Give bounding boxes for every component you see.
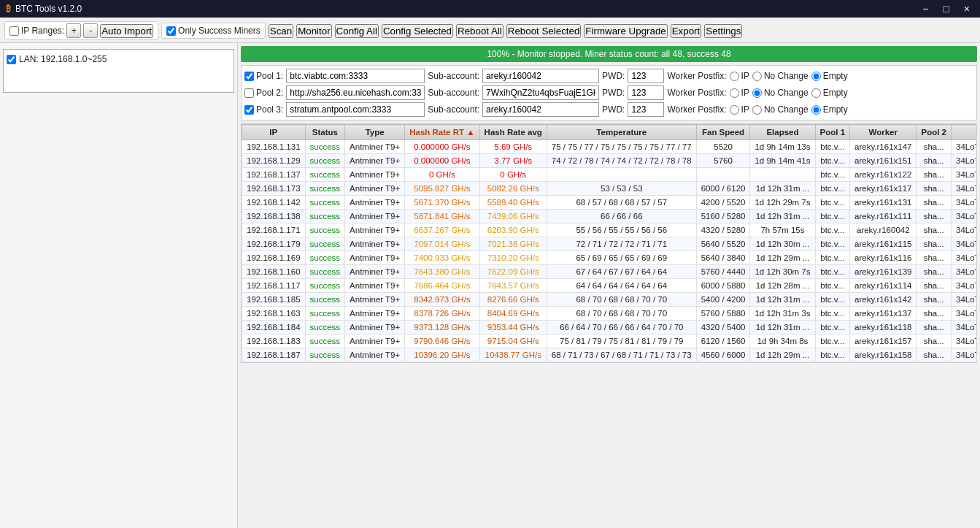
ip-ranges-checkbox[interactable] (9, 26, 19, 36)
pool1-pwd[interactable] (628, 69, 664, 83)
table-row[interactable]: 192.168.1.142successAntminer T9+5671.370… (242, 196, 978, 210)
col-worker2[interactable]: Worker (951, 125, 977, 140)
export-btn[interactable]: Export (671, 24, 702, 38)
col-ip[interactable]: IP (242, 125, 306, 140)
pool-config: Pool 1: Sub-account: PWD: Worker Postfix… (241, 65, 977, 120)
settings-btn[interactable]: Settings (704, 24, 742, 38)
monitor-btn[interactable]: Monitor (296, 24, 331, 38)
ip-ranges-checkbox-label[interactable]: IP Ranges: (9, 26, 64, 36)
pool-row-2: Pool 2: Sub-account: PWD: Worker Postfix… (244, 85, 973, 100)
pool3-checkbox-label[interactable]: Pool 3: (244, 104, 283, 115)
pool1-checkbox[interactable] (244, 72, 254, 81)
ip-item-checkbox[interactable] (7, 55, 16, 64)
config-all-btn[interactable]: Config All (335, 24, 379, 38)
pool2-url[interactable] (286, 85, 425, 100)
title-bar: ₿ BTC Tools v1.2.0 − □ × (0, 0, 980, 18)
table-row[interactable]: 192.168.1.117successAntminer T9+7686.464… (242, 279, 978, 293)
table-row[interactable]: 192.168.1.185successAntminer T9+8342.973… (242, 293, 978, 307)
col-fanspeed[interactable]: Fan Speed (696, 125, 750, 140)
pool-row-3: Pool 3: Sub-account: PWD: Worker Postfix… (244, 102, 973, 117)
table-row[interactable]: 192.168.1.173successAntminer T9+5095.827… (242, 182, 978, 196)
table-row[interactable]: 192.168.1.184successAntminer T9+9373.128… (242, 321, 978, 334)
ip-list: LAN: 192.168.1.0~255 (3, 49, 234, 93)
pool2-checkbox[interactable] (244, 88, 254, 98)
pool2-checkbox-label[interactable]: Pool 2: (244, 88, 283, 98)
table-row[interactable]: 192.168.1.183successAntminer T9+9790.646… (242, 334, 978, 348)
table-row[interactable]: 192.168.1.138successAntminer T9+5871.841… (242, 210, 978, 223)
col-status[interactable]: Status (305, 125, 345, 140)
pool3-worker-postfix: Worker Postfix: IP No Change Empty (667, 104, 847, 115)
miners-table: IP Status Type Hash Rate RT ▲ Hash Rate … (242, 124, 977, 362)
scan-btn[interactable]: Scan (269, 24, 293, 38)
pool3-pwd[interactable] (628, 102, 664, 117)
table-body: 192.168.1.131successAntminer T9+0.000000… (242, 140, 978, 362)
config-selected-btn[interactable]: Config Selected (382, 24, 453, 38)
pool3-checkbox[interactable] (244, 105, 254, 115)
table-row[interactable]: 192.168.1.160successAntminer T9+7643.380… (242, 265, 978, 279)
col-pool2[interactable]: Pool 2 (917, 125, 952, 140)
table-header-row: IP Status Type Hash Rate RT ▲ Hash Rate … (242, 125, 978, 140)
reboot-selected-btn[interactable]: Reboot Selected (506, 24, 582, 38)
col-temperature[interactable]: Temperature (547, 125, 696, 140)
pool1-worker-postfix: Worker Postfix: IP No Change Empty (667, 71, 847, 81)
pool-row-1: Pool 1: Sub-account: PWD: Worker Postfix… (244, 69, 973, 83)
app-icon: ₿ (6, 4, 11, 14)
only-success-miners-checkbox[interactable] (166, 26, 176, 36)
table-row[interactable]: 192.168.1.137successAntminer T9+0 GH/s0 … (242, 168, 978, 182)
pool3-url[interactable] (286, 102, 425, 117)
table-row[interactable]: 192.168.1.129successAntminer T9+0.000000… (242, 154, 978, 168)
pool1-sub[interactable] (482, 69, 599, 83)
table-row[interactable]: 192.168.1.163successAntminer T9+8378.726… (242, 307, 978, 321)
table-row[interactable]: 192.168.1.179successAntminer T9+7097.014… (242, 237, 978, 251)
pool2-worker-postfix: Worker Postfix: IP No Change Empty (667, 88, 847, 98)
pool2-sub[interactable] (482, 85, 599, 100)
add-ip-btn[interactable]: + (66, 23, 81, 38)
col-type[interactable]: Type (345, 125, 405, 140)
col-pool1[interactable]: Pool 1 (815, 125, 850, 140)
status-bar: 100% - Monitor stopped. Miner status cou… (241, 46, 977, 62)
reboot-all-btn[interactable]: Reboot All (456, 24, 503, 38)
pool1-url[interactable] (286, 69, 425, 83)
col-worker1[interactable]: Worker (850, 125, 917, 140)
col-elapsed[interactable]: Elapsed (750, 125, 815, 140)
pool2-pwd[interactable] (628, 85, 664, 100)
ip-list-item[interactable]: LAN: 192.168.1.0~255 (7, 53, 231, 66)
table-row[interactable]: 192.168.1.187successAntminer T9+10396.20… (242, 348, 978, 362)
ip-item-label: LAN: 192.168.1.0~255 (19, 54, 107, 64)
table-row[interactable]: 192.168.1.169successAntminer T9+7400.933… (242, 251, 978, 265)
table-row[interactable]: 192.168.1.171successAntminer T9+6637.267… (242, 223, 978, 237)
remove-ip-btn[interactable]: - (83, 23, 98, 38)
miners-table-container[interactable]: IP Status Type Hash Rate RT ▲ Hash Rate … (241, 123, 977, 363)
pool3-sub[interactable] (482, 102, 599, 117)
minimize-btn[interactable]: − (918, 3, 933, 15)
col-hashrate-rt[interactable]: Hash Rate RT ▲ (405, 125, 479, 140)
col-hashrate-avg[interactable]: Hash Rate avg (479, 125, 547, 140)
auto-import-btn[interactable]: Auto Import (100, 24, 153, 38)
close-btn[interactable]: × (960, 3, 974, 15)
firmware-upgrade-btn[interactable]: Firmware Upgrade (584, 24, 667, 38)
only-success-miners-label[interactable]: Only Success Miners (161, 23, 266, 39)
app-title: BTC Tools v1.2.0 (15, 4, 82, 14)
pool1-checkbox-label[interactable]: Pool 1: (244, 71, 283, 81)
table-row[interactable]: 192.168.1.131successAntminer T9+0.000000… (242, 140, 978, 154)
maximize-btn[interactable]: □ (938, 3, 953, 15)
